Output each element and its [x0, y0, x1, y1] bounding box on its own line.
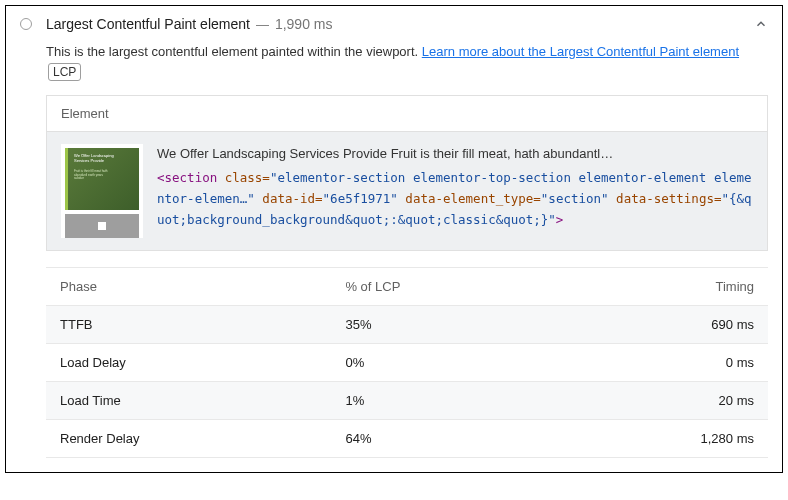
- pct-cell: 1%: [331, 382, 551, 420]
- element-text: We Offer Landscaping Services Provide Fr…: [157, 144, 753, 238]
- timing-cell: 20 ms: [552, 382, 768, 420]
- audit-timing: 1,990 ms: [275, 16, 333, 32]
- phase-cell: Load Delay: [46, 344, 331, 382]
- timing-cell: 1,280 ms: [552, 420, 768, 458]
- phase-table: Phase % of LCP Timing TTFB 35% 690 ms Lo…: [46, 267, 768, 458]
- lcp-audit-panel: Largest Contentful Paint element — 1,990…: [5, 5, 783, 473]
- element-box: Element We Offer LandscapingServices Pro…: [46, 95, 768, 251]
- code-class-attr: class=: [225, 170, 270, 185]
- code-type-val: "section": [541, 191, 609, 206]
- audit-title: Largest Contentful Paint element: [46, 16, 250, 32]
- element-snippet[interactable]: <section class="elementor-section elemen…: [157, 167, 753, 231]
- code-settings-attr: data-settings=: [609, 191, 722, 206]
- phase-cell: TTFB: [46, 306, 331, 344]
- timing-cell: 0 ms: [552, 344, 768, 382]
- code-id-val: "6e5f1971": [323, 191, 398, 206]
- table-row: Render Delay 64% 1,280 ms: [46, 420, 768, 458]
- status-circle-icon: [20, 18, 32, 30]
- table-row: TTFB 35% 690 ms: [46, 306, 768, 344]
- table-row: Load Delay 0% 0 ms: [46, 344, 768, 382]
- audit-body: This is the largest contentful element p…: [6, 42, 782, 472]
- pct-cell: 35%: [331, 306, 551, 344]
- pct-cell: 0%: [331, 344, 551, 382]
- table-row: Load Time 1% 20 ms: [46, 382, 768, 420]
- phase-table-header-row: Phase % of LCP Timing: [46, 268, 768, 306]
- code-close: >: [556, 212, 564, 227]
- chevron-up-icon[interactable]: [754, 17, 768, 31]
- timing-cell: 690 ms: [552, 306, 768, 344]
- audit-header[interactable]: Largest Contentful Paint element — 1,990…: [6, 6, 782, 42]
- code-type-attr: data-element_type=: [398, 191, 541, 206]
- element-box-header: Element: [47, 96, 767, 132]
- col-phase: Phase: [46, 268, 331, 306]
- phase-cell: Render Delay: [46, 420, 331, 458]
- audit-description: This is the largest contentful element p…: [46, 42, 768, 81]
- description-text: This is the largest contentful element p…: [46, 44, 422, 59]
- learn-more-link[interactable]: Learn more about the Largest Contentful …: [422, 44, 739, 59]
- lcp-badge: LCP: [48, 63, 81, 81]
- pct-cell: 64%: [331, 420, 551, 458]
- element-title: We Offer Landscaping Services Provide Fr…: [157, 144, 753, 165]
- element-thumbnail: We Offer LandscapingServices Provide Fru…: [61, 144, 143, 238]
- phase-cell: Load Time: [46, 382, 331, 420]
- col-timing: Timing: [552, 268, 768, 306]
- title-separator: —: [256, 17, 269, 32]
- code-id-attr: data-id=: [255, 191, 323, 206]
- col-pct: % of LCP: [331, 268, 551, 306]
- element-content: We Offer LandscapingServices Provide Fru…: [47, 132, 767, 250]
- code-open: <section: [157, 170, 225, 185]
